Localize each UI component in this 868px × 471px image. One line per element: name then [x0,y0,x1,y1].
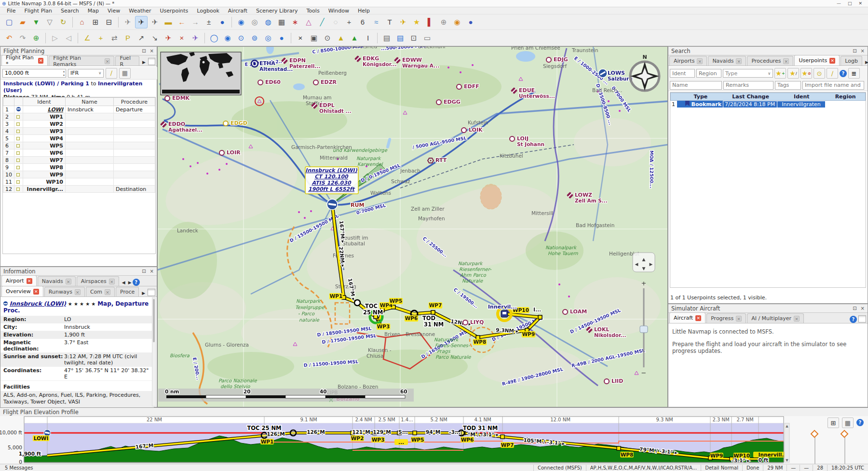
map-home-icon[interactable]: ⌂ [76,16,88,28]
userpoint-table-header[interactable]: Type Last Change Ident Region [670,93,866,101]
userpoint-tags-filter[interactable] [775,81,801,90]
tab-close-icon[interactable]: ✕ [783,58,789,64]
show-vfr-icon[interactable]: 6 [356,16,369,28]
airport-symbol-LOIK[interactable] [461,128,466,133]
show-min-altitude-icon[interactable]: ╱ [316,16,328,28]
tab-ai-multiplayer[interactable]: AI / Multiplayer✕ [747,313,804,323]
tab-close-icon[interactable]: ✕ [695,315,701,321]
tab-com[interactable]: Com✕ [86,287,115,296]
flight-plan-row[interactable]: 6WP5 [3,142,155,149]
reset-search-icon[interactable]: ⊙ [814,68,825,79]
select-region-icon[interactable]: ▦ [275,16,288,28]
add-position-icon[interactable]: + [95,32,107,44]
theme-sun-icon[interactable]: ◉ [451,16,463,28]
tab-list-icon[interactable] [148,58,155,65]
tab-airspaces[interactable]: Airspaces✕ [77,276,119,286]
move-waypoint-icon[interactable]: ⇄ [108,32,121,44]
airport-symbol-LOIJ[interactable] [510,136,515,141]
adjust-flightplan-icon[interactable]: ⊟ [103,16,115,28]
save-flightplan-icon[interactable]: ▼ [30,16,42,28]
flight-plan-row[interactable]: 5WP4 [3,135,155,142]
adjust-altitude-button[interactable]: ∕ [106,68,117,79]
map-back-icon[interactable]: ← [176,16,188,28]
menu-window[interactable]: Window [325,8,353,14]
delete-userpoint-icon[interactable]: ★⊘ [800,68,812,79]
tab-proce[interactable]: Proce [116,287,139,296]
flight-plan-row[interactable]: 8WP7 [3,157,155,164]
flight-plan-row[interactable]: 3WP2 [3,121,155,128]
tab-flight-plan-remarks[interactable]: Flight Plan Remarks✕ [49,56,114,66]
show-airspaces-icon[interactable]: ▌ [424,16,436,28]
help-icon[interactable]: ? [850,316,857,323]
projection-icon[interactable]: ● [464,16,477,28]
flight-rules-dropdown[interactable]: IFR∨ [68,69,104,78]
tab-close-icon[interactable]: ✕ [38,58,43,64]
waypoint-marker[interactable] [431,310,435,314]
map-link[interactable]: Map, [97,300,113,307]
tab-airport[interactable]: Airport✕ [1,275,37,286]
flight-plan-table[interactable]: Ident Name Procedure 1LOWIInnsbruckDepar… [3,97,155,193]
flight-plan-row[interactable]: 4WP3 [3,128,155,135]
show-wind-icon[interactable]: ≈ [370,16,382,28]
userpoint-region-filter[interactable] [696,69,721,78]
help-icon[interactable]: ? [133,279,140,286]
close-panel-icon[interactable]: × [150,269,154,274]
col-ident[interactable]: Ident [23,98,66,106]
tab-close-icon[interactable]: ✕ [105,289,110,295]
menu-view[interactable]: View [104,8,124,14]
airport-symbol-LOIR[interactable] [219,150,224,155]
userpoint-name-filter[interactable] [670,81,722,90]
menu-help[interactable]: Help [354,8,374,14]
flight-plan-row[interactable]: 10WP9 [3,171,155,178]
tab-flight-plan-[interactable]: Flight Plan *✕ [1,55,48,66]
search-scenery-icon[interactable]: ⊡ [407,32,420,44]
profile-settings-icon[interactable]: ▦ [842,417,854,428]
tab-overflow-icon[interactable]: ▶ [864,59,868,66]
close-button[interactable]: ✕ [858,1,862,6]
col-procedure[interactable]: Procedure [114,98,155,106]
show-procedures-icon[interactable]: ▷ [49,32,61,44]
tab-list-icon[interactable] [148,289,155,296]
airport-symbol-EDGD[interactable] [223,121,228,126]
open-flightplan-icon[interactable]: ▰ [16,16,29,28]
scenery-library-icon[interactable]: ▤ [380,32,393,44]
show-hillshading-icon[interactable]: ◍ [262,16,274,28]
information-vscrollbar[interactable] [152,297,156,406]
profile-vscrollbar[interactable]: ▲ ▼ [785,423,789,462]
altitude-spinner[interactable]: ▴▾ [63,69,65,77]
tab-aircraft[interactable]: Aircraft✕ [669,312,705,323]
elevation-profile-chart[interactable]: 22 NM9.1 NM2.4 NM2.5 NM1.4...5.2 NM4.1 N… [0,416,868,464]
redo-icon[interactable]: ↷ [16,32,29,44]
measure-icon[interactable]: ± [203,16,215,28]
show-ruler-icon[interactable]: I [362,32,374,44]
profile-expand-icon[interactable]: ⊞ [827,417,839,428]
airport-symbol-EDZR[interactable] [313,80,318,85]
edit-userpoint-icon[interactable]: ★∕ [787,68,799,79]
show-grid-icon[interactable]: ◎ [248,16,261,28]
edit-text-icon[interactable]: T [383,16,396,28]
waypoint-marker[interactable] [538,315,542,319]
flight-plan-row[interactable]: 11WP10 [3,178,155,186]
show-map-image-icon[interactable]: ▲ [348,32,361,44]
show-elevation-profile-icon[interactable]: ▲ [335,32,347,44]
world-map-icon[interactable]: ● [216,16,229,28]
userpoint-ident-filter[interactable] [670,69,695,78]
tab-next-icon[interactable]: ▶ [127,279,133,286]
tab-close-icon[interactable]: ✕ [794,316,800,322]
airport-symbol-ED60[interactable] [258,80,263,85]
tab-close-icon[interactable]: ✕ [697,58,703,64]
userpoint-type-dropdown[interactable]: Type∨ [723,69,773,78]
float-panel-icon[interactable]: ⊡ [853,306,856,311]
calc-settings-button[interactable]: ▦ [119,68,131,79]
show-cities-icon[interactable]: ◉ [235,16,247,28]
tab-runways[interactable]: Runways✕ [44,287,85,296]
tab-close-icon[interactable]: ✕ [736,316,742,322]
airport-filter-hard-icon[interactable]: ◉ [221,32,234,44]
tab-close-icon[interactable]: ✕ [109,279,115,284]
airport-symbol-EDFF[interactable] [457,84,461,89]
menu-aircraft[interactable]: Aircraft [224,8,251,14]
window-layout-icon[interactable]: ▣ [308,32,320,44]
menu-userpoints[interactable]: Userpoints [156,8,192,14]
tab-close-icon[interactable]: ✕ [736,58,742,64]
center-aircraft-icon[interactable]: ✈ [135,16,148,28]
